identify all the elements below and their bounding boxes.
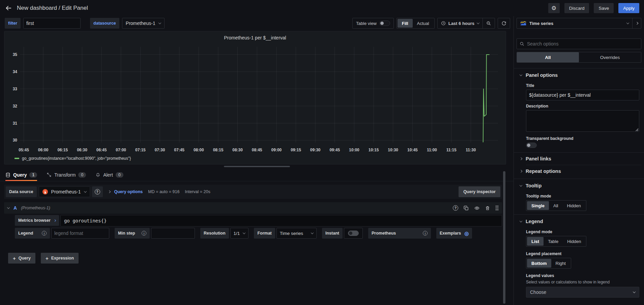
fill-option[interactable]: Fill [398,19,413,28]
svg-text:35: 35 [13,52,18,57]
filter-variable-label[interactable]: filter [5,18,21,29]
top-header: New dashboard / Edit Panel ⚙ Discard Sav… [0,0,644,16]
svg-text:31: 31 [13,121,18,126]
svg-text:06:15: 06:15 [57,148,68,152]
editor-scrollbar[interactable] [503,171,505,304]
svg-text:09:45: 09:45 [329,148,340,152]
back-arrow-icon[interactable] [5,4,12,12]
add-query-button[interactable]: +Query [8,253,35,264]
options-sidebar: All Overrides Panel options Title Descri… [514,30,644,305]
collapse-query-icon[interactable] [7,206,10,209]
panel-settings-button[interactable]: ⚙ [548,3,560,13]
legend-mode-hidden[interactable]: Hidden [563,237,585,246]
chevron-right-icon [108,190,110,193]
time-range-value: Last 6 hours [448,21,474,26]
svg-text:10:45: 10:45 [407,148,418,152]
drag-handle[interactable] [495,205,499,211]
datasource-help-button[interactable]: ? [92,186,103,197]
tooltip-mode-label: Tooltip mode [526,194,639,199]
section-legend[interactable]: Legend [517,215,641,226]
instant-toggle[interactable] [348,231,359,236]
table-view-toggle-group: Table view [352,18,394,29]
tooltip-mode-all[interactable]: All [549,201,562,210]
svg-text:09:15: 09:15 [291,148,301,152]
legend-format-input[interactable] [51,228,109,239]
database-icon [5,172,10,178]
add-expression-button[interactable]: +Expression [41,253,79,264]
svg-text:07:45: 07:45 [174,148,184,152]
section-repeat-options[interactable]: Repeat options [517,165,641,177]
promql-expression-input[interactable] [60,215,502,226]
tooltip-mode-hidden[interactable]: Hidden [562,201,585,210]
min-step-input[interactable] [151,228,195,239]
filter-variable-input[interactable] [23,18,81,29]
metrics-browser-button[interactable]: Metrics browser [15,215,59,226]
datasource-variable-label[interactable]: datasource [90,18,119,29]
resolution-select[interactable]: 1/1 [230,228,249,239]
tab-alert[interactable]: Alert 0 [95,169,123,181]
query-inspector-button[interactable]: Query inspector [459,186,500,197]
disable-query-button[interactable] [474,206,480,211]
transform-icon [47,172,52,177]
prometheus-exemplars-label: Prometheusi [368,228,431,239]
tooltip-mode-single[interactable]: Single [527,201,549,210]
timeseries-panel: Prometheus-1 per $__interval 30313233343… [4,31,506,164]
options-search-input[interactable] [517,38,641,49]
timeseries-svg: 30313233343505:4506:0006:1506:3006:4507:… [8,43,502,154]
format-select[interactable]: Time series [276,228,317,239]
datasource-variable-picker[interactable]: Prometheus-1 [122,18,165,29]
legend-placement-bottom[interactable]: Bottom [527,259,551,268]
time-range-picker[interactable]: Last 6 hours [438,18,482,28]
section-panel-links[interactable]: Panel links [517,153,641,165]
svg-text:08:15: 08:15 [213,148,224,152]
zoom-out-button[interactable] [482,18,495,28]
legend-mode-table[interactable]: Table [544,237,563,246]
refresh-button[interactable] [498,18,510,29]
apply-button[interactable]: Apply [618,3,639,13]
tab-transform-label: Transform [54,172,76,178]
svg-text:11:15: 11:15 [446,148,457,152]
panel-title-input[interactable] [526,90,639,100]
tab-transform[interactable]: Transform 0 [47,169,86,181]
section-panel-options[interactable]: Panel options [517,68,641,80]
remove-query-button[interactable] [485,206,490,211]
discard-button[interactable]: Discard [564,3,589,13]
query-datasource-picker[interactable]: Prometheus-1 [39,186,90,197]
visualization-picker-main[interactable]: Time series [517,18,632,28]
legend-placement-right[interactable]: Right [551,259,570,268]
tab-all[interactable]: All [517,52,579,62]
svg-text:09:30: 09:30 [310,148,321,152]
duplicate-query-button[interactable] [464,206,469,211]
question-circle-icon: ? [95,189,100,194]
panel-description-textarea[interactable] [526,110,639,132]
query-editor-body: Metrics browser Legendi Min stepi Resolu… [4,215,502,239]
query-options-link[interactable]: Query options [114,189,143,194]
table-view-toggle[interactable] [379,21,390,26]
refresh-icon [501,21,506,26]
viz-suggestions-button[interactable] [632,18,641,28]
copy-icon [464,206,469,211]
panel-toolbar: filter datasource Prometheus-1 Table vie… [0,16,514,30]
tab-query[interactable]: Query 1 [5,169,37,181]
legend-mode-group: List Table Hidden [526,236,586,247]
prometheus-icon [42,189,48,194]
query-ref-id[interactable]: A [13,205,17,211]
svg-text:11:30: 11:30 [466,148,476,152]
pane-splitter-handle[interactable] [224,166,290,167]
section-tooltip[interactable]: Tooltip [517,179,641,190]
transparent-background-toggle[interactable] [526,143,537,148]
resolution-label: Resolution [200,228,229,239]
series-legend-label: go_goroutines{instance="localhost:9090",… [22,156,131,161]
series-legend[interactable]: go_goroutines{instance="localhost:9090",… [8,155,502,162]
bell-icon [95,172,100,178]
tab-overrides[interactable]: Overrides [579,52,641,62]
save-button[interactable]: Save [594,3,614,13]
actual-option[interactable]: Actual [413,19,434,28]
legend-values-select[interactable]: Choose [526,287,639,298]
chevron-down-icon [520,184,522,186]
exemplars-toggle[interactable]: Exemplars ◎ [436,228,472,239]
legend-mode-list[interactable]: List [527,237,544,246]
query-help-button[interactable]: ? [453,205,458,211]
svg-text:06:30: 06:30 [77,148,87,152]
chevron-right-icon [635,22,638,25]
